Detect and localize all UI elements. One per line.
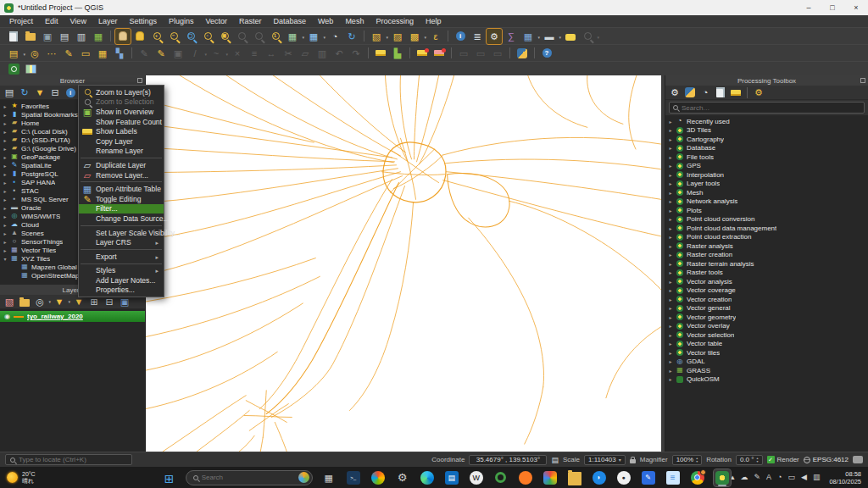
processing-category-raster-analysis[interactable]: Raster analysis bbox=[665, 241, 868, 251]
menu-web[interactable]: Web bbox=[312, 15, 339, 27]
context-menu-item-toggle-editing[interactable]: ✎Toggle Editing bbox=[79, 194, 164, 204]
menu-layer[interactable]: Layer bbox=[92, 15, 124, 27]
open-attribute-table-button[interactable]: ▦ bbox=[520, 29, 536, 44]
processing-category-raster-terrain-analysis[interactable]: Raster terrain analysis bbox=[665, 259, 868, 269]
context-menu-item-show-labels[interactable]: Show Labels bbox=[79, 126, 164, 136]
settings-app[interactable]: ⚙ bbox=[394, 469, 411, 486]
add-selected-layers-button[interactable]: ▤ bbox=[3, 86, 16, 99]
expand-arrow-icon[interactable] bbox=[3, 238, 8, 246]
processing-category-vector-analysis[interactable]: Vector analysis bbox=[665, 277, 868, 286]
processing-category-mesh[interactable]: Mesh bbox=[665, 188, 868, 197]
statistical-summary-button[interactable]: ∑ bbox=[504, 29, 519, 44]
processing-category-quickosm[interactable]: QuickOSM bbox=[665, 375, 868, 385]
filter-legend-button[interactable]: ▼ bbox=[53, 295, 66, 308]
xampp-app[interactable] bbox=[517, 469, 534, 486]
wakatime-app[interactable]: W bbox=[468, 469, 485, 486]
refresh-browser-button[interactable]: ↻ bbox=[18, 86, 31, 99]
photos-app[interactable] bbox=[542, 469, 559, 486]
expand-arrow-icon[interactable] bbox=[3, 230, 8, 237]
expand-arrow-icon[interactable] bbox=[668, 260, 673, 268]
menu-edit[interactable]: Edit bbox=[39, 15, 64, 27]
processing-category-point-cloud-data-management[interactable]: Point cloud data management bbox=[665, 224, 868, 233]
processing-category-vector-geometry[interactable]: Vector geometry bbox=[665, 313, 868, 322]
context-menu-item-copy-layer[interactable]: Copy Layer bbox=[79, 136, 164, 147]
copilot-app[interactable] bbox=[370, 469, 387, 486]
select-by-form-button[interactable]: ▨ bbox=[390, 29, 405, 44]
lock-scale-icon[interactable] bbox=[630, 459, 636, 463]
moon-app[interactable]: ◗ bbox=[591, 469, 608, 486]
layer-item-tyo-railway-2020[interactable]: ◉tyo_railway_2020 bbox=[0, 311, 145, 322]
expand-arrow-icon[interactable] bbox=[668, 144, 673, 152]
options-button[interactable]: ⚙ bbox=[752, 86, 765, 99]
refresh-map-button[interactable]: ↻ bbox=[344, 29, 359, 44]
processing-category-vector-general[interactable]: Vector general bbox=[665, 304, 868, 313]
processing-category-point-cloud-conversion[interactable]: Point cloud conversion bbox=[665, 215, 868, 225]
identify-features-button[interactable]: i bbox=[453, 29, 468, 44]
new-shapefile-layer-button[interactable]: ▭ bbox=[78, 46, 93, 61]
processing-category-vector-overlay[interactable]: Vector overlay bbox=[665, 322, 868, 331]
expand-arrow-icon[interactable] bbox=[668, 189, 673, 197]
expand-arrow-icon[interactable] bbox=[3, 136, 8, 144]
pen-app[interactable]: ✎ bbox=[640, 469, 657, 486]
expand-arrow-icon[interactable] bbox=[668, 358, 673, 365]
select-features-button[interactable]: ▧ bbox=[369, 29, 384, 44]
menu-project[interactable]: Project bbox=[3, 15, 39, 27]
expand-arrow-icon[interactable] bbox=[3, 145, 8, 152]
minimize-button[interactable]: – bbox=[797, 0, 821, 15]
edge-app[interactable] bbox=[419, 469, 436, 486]
zoom-to-layer-button[interactable]: ▣ bbox=[217, 29, 232, 44]
maximize-button[interactable]: □ bbox=[821, 0, 844, 15]
highlight-pinned-labels-button[interactable] bbox=[431, 46, 447, 61]
python-console-button[interactable] bbox=[515, 46, 530, 61]
network-icon[interactable]: ▥ bbox=[813, 467, 821, 488]
new-print-layout-button[interactable]: ▤ bbox=[57, 29, 72, 44]
store-app[interactable]: ▤ bbox=[443, 469, 460, 486]
taskbar-search-input[interactable] bbox=[202, 474, 295, 481]
pin-labels-button[interactable] bbox=[415, 46, 430, 61]
expand-arrow-icon[interactable] bbox=[668, 197, 673, 205]
menu-help[interactable]: Help bbox=[420, 15, 448, 27]
zoom-in-button[interactable]: + bbox=[149, 29, 164, 44]
expand-arrow-icon[interactable] bbox=[3, 111, 8, 119]
zoom-out-button[interactable]: − bbox=[166, 29, 181, 44]
layer-diagram-options-button[interactable]: ▙ bbox=[390, 46, 405, 61]
qgis-app[interactable] bbox=[714, 469, 731, 486]
context-menu-item-show-in-overview[interactable]: ▣Show in Overview bbox=[79, 107, 164, 117]
expand-arrow-icon[interactable] bbox=[668, 340, 673, 347]
expand-arrow-icon[interactable] bbox=[668, 331, 673, 339]
help-contents-button[interactable]: ? bbox=[539, 46, 554, 61]
quickmapservices-button[interactable] bbox=[23, 61, 38, 76]
expand-arrow-icon[interactable] bbox=[3, 170, 8, 178]
expand-arrow-icon[interactable] bbox=[668, 162, 673, 169]
digitizing-dots-button[interactable]: ⋯ bbox=[44, 46, 59, 61]
menu-settings[interactable]: Settings bbox=[123, 15, 163, 27]
expand-arrow-icon[interactable] bbox=[3, 128, 8, 136]
quickosm-button[interactable] bbox=[6, 61, 21, 76]
processing-toolbox-toggle-button[interactable]: ⚙ bbox=[487, 29, 502, 44]
expand-arrow-icon[interactable] bbox=[3, 221, 8, 229]
ime-indicator-icon[interactable]: A bbox=[766, 467, 771, 488]
context-menu-item-styles[interactable]: Styles bbox=[79, 266, 164, 276]
processing-category-raster-creation[interactable]: Raster creation bbox=[665, 251, 868, 260]
float-panel-icon[interactable] bbox=[860, 78, 865, 83]
coordinate-value[interactable]: 35.4679° , 139.5103° bbox=[469, 455, 547, 465]
filter-browser-button[interactable]: ▼ bbox=[33, 86, 47, 99]
pan-map-button[interactable] bbox=[115, 29, 131, 44]
onedrive-icon[interactable]: ☁ bbox=[741, 467, 748, 488]
new-3d-map-view-button[interactable]: ▦ bbox=[306, 29, 321, 44]
processing-category-gps[interactable]: GPS bbox=[665, 162, 868, 171]
start-button[interactable] bbox=[161, 469, 178, 486]
processing-category-vector-tiles[interactable]: Vector tiles bbox=[665, 348, 868, 358]
expand-arrow-icon[interactable] bbox=[3, 247, 8, 254]
expand-arrow-icon[interactable] bbox=[668, 313, 673, 321]
expand-arrow-icon[interactable] bbox=[668, 286, 673, 294]
render-checkbox[interactable]: Render bbox=[767, 456, 799, 463]
style-manager-button[interactable]: ▦ bbox=[91, 29, 106, 44]
cast-display-icon[interactable]: ▭ bbox=[788, 467, 796, 488]
rotation-value[interactable]: 0.0 ° bbox=[736, 455, 763, 465]
expand-arrow-icon[interactable] bbox=[668, 233, 673, 241]
pan-to-selection-button[interactable] bbox=[132, 29, 147, 44]
processing-category-vector-coverage[interactable]: Vector coverage bbox=[665, 286, 868, 296]
float-panel-icon[interactable] bbox=[137, 78, 142, 83]
expand-arrow-icon[interactable] bbox=[668, 367, 673, 374]
